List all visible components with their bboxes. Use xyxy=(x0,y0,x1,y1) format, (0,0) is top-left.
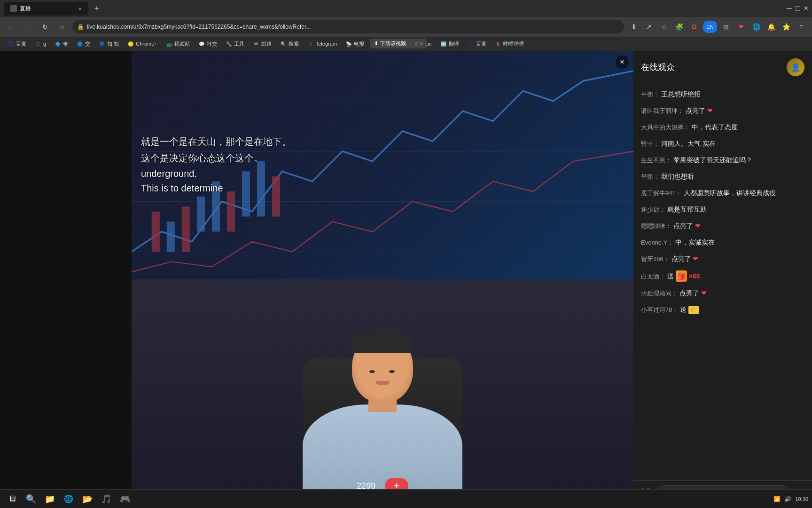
bookmark-favicon-translate: 🔤 xyxy=(440,40,447,47)
taskbar-media[interactable]: 🎵 xyxy=(98,491,115,508)
msg-username: 生生不息： xyxy=(641,157,671,164)
bookmark-label: 视频站 xyxy=(174,40,190,48)
download-button[interactable]: ⬇ xyxy=(628,21,640,33)
msg-username: 平衡： xyxy=(641,91,659,98)
bookmark-video[interactable]: 📺 视频站 xyxy=(162,39,194,49)
subtitle-line-1: 就是一个是在天山，那个是在地下。 xyxy=(141,135,624,148)
msg-username: 白无酒： xyxy=(641,273,665,280)
msg-username: 水处理顾问： xyxy=(641,290,678,297)
bookmark-translate[interactable]: 🔤 翻译 xyxy=(437,39,463,49)
icon3[interactable]: ❤ xyxy=(735,21,747,33)
subtitle-line-3: underground. xyxy=(141,168,624,179)
person-eyes xyxy=(369,370,395,373)
taskbar-network: 📶 xyxy=(773,496,781,502)
bookmark-button[interactable]: ☆ xyxy=(658,21,670,33)
download-separator: · xyxy=(410,41,411,47)
tab-close-button[interactable]: × xyxy=(78,5,82,12)
bookmark-tools[interactable]: 🔧 工具 xyxy=(222,39,248,49)
taskbar-browser[interactable]: 🌐 xyxy=(60,491,77,508)
msg-text: 人都愿意听故事，讲讲经典战役 xyxy=(684,189,776,197)
bookmark-favicon-zhihu: 知 xyxy=(99,40,105,47)
user-avatar[interactable]: 👤 xyxy=(787,58,804,76)
heart-icon: ❤ xyxy=(707,107,713,114)
download-close[interactable]: × xyxy=(420,40,423,47)
bookmark-chrome[interactable]: 🟡 Chrome+ xyxy=(124,39,161,48)
icon7[interactable]: ≡ xyxy=(795,21,807,33)
new-tab-button[interactable]: + xyxy=(90,2,103,15)
chat-messages[interactable]: 平衡： 王总想听绝招 请叫我王丽坤： 点亮了 ❤ 大风中的大短裤： 中，代表了态… xyxy=(633,82,812,480)
back-button[interactable]: ← xyxy=(5,20,18,33)
msg-username: 请叫我王丽坤： xyxy=(641,107,684,114)
person-hair xyxy=(352,329,413,353)
bookmark-jiao[interactable]: 🔵 交 xyxy=(73,39,94,49)
close-window-button[interactable]: × xyxy=(804,4,808,13)
tab-favicon xyxy=(10,5,17,12)
msg-text: 点亮了 xyxy=(673,222,695,230)
bookmark-baidu-1[interactable]: 百 百度 xyxy=(4,39,30,49)
browser-toolbar: ← → ↻ ⌂ 🔒 live.kuaishou.com/u/3x7mzbxg5m… xyxy=(0,17,812,37)
tab-area: 直播 × + xyxy=(4,2,103,16)
bookmark-favicon-baidu: 百 xyxy=(8,40,14,47)
bookmark-favicon-video: 📺 xyxy=(166,40,172,47)
vpn-button[interactable]: EN xyxy=(703,21,717,33)
bookmark-favicon-mail: ✉ xyxy=(253,40,259,47)
heart-icon: ❤ xyxy=(701,289,707,297)
video-close-button[interactable]: × xyxy=(616,56,629,69)
taskbar-game[interactable]: 🎮 xyxy=(117,491,133,508)
bookmark-favicon-bilibili: B xyxy=(495,40,501,47)
msg-text: 苹果突破了明天还能追吗？ xyxy=(673,156,752,164)
taskbar-folder[interactable]: 📂 xyxy=(79,491,96,508)
bookmark-zhihu[interactable]: 知 知 知 xyxy=(95,39,123,49)
msg-username: 坏少尉： xyxy=(641,206,665,213)
tab-label: 直播 xyxy=(20,5,31,13)
bookmark-mail[interactable]: ✉ 邮箱 xyxy=(249,39,275,49)
toolbar-icons: ⬇ ↗ ☆ 🧩 O EN ⊞ ❤ 🌐 🔔 ⭐ ≡ xyxy=(628,21,807,33)
bookmark-favicon-g: G xyxy=(35,40,41,47)
download-text: 下载该视频 xyxy=(380,40,406,47)
home-button[interactable]: ⌂ xyxy=(55,20,69,33)
icon4[interactable]: 🌐 xyxy=(750,21,762,33)
share-button[interactable]: ↗ xyxy=(643,21,655,33)
bookmark-baidu-2[interactable]: 百 百度 xyxy=(464,39,490,49)
bookmark-social[interactable]: 💬 社交 xyxy=(195,39,221,49)
bookmark-dianbo[interactable]: 📡 电报 xyxy=(342,39,368,49)
bookmark-favicon-search: 🔍 xyxy=(280,40,287,47)
subtitles-overlay: 就是一个是在天山，那个是在地下。 这个是决定你心态这个这个。 undergrou… xyxy=(141,135,624,198)
maximize-button[interactable]: □ xyxy=(796,4,800,13)
right-panel: 在线观众 👤 平衡： 王总想听绝招 请叫我王丽坤： 点亮了 ❤ 大风中的大短裤：… xyxy=(633,51,812,508)
bookmark-search[interactable]: 🔍 搜索 xyxy=(276,39,303,49)
chat-message: 骑士： 河南人。大气 实在 xyxy=(633,135,812,152)
icon6[interactable]: ⭐ xyxy=(780,21,792,33)
bookmark-label: Telegram xyxy=(316,41,337,47)
taskbar-files[interactable]: 📁 xyxy=(41,491,58,508)
address-bar[interactable]: 🔒 live.kuaishou.com/u/3x7mzbxg5mykac6?fi… xyxy=(72,20,624,33)
minimize-button[interactable]: ─ xyxy=(787,4,792,13)
chat-message: 水处理顾问： 点亮了 ❤ xyxy=(633,285,812,302)
extensions-button[interactable]: 🧩 xyxy=(673,21,685,33)
bookmark-favicon-social: 💬 xyxy=(198,40,205,47)
msg-text: 送 xyxy=(667,272,676,280)
icon5[interactable]: 🔔 xyxy=(765,21,777,33)
heart-icon: ❤ xyxy=(695,222,701,230)
bookmark-telegram[interactable]: ✈ Telegram xyxy=(304,39,341,48)
refresh-button[interactable]: ↻ xyxy=(39,20,52,33)
bookmark-label: 哔哩哔哩 xyxy=(503,40,524,48)
chat-message: 嘿嘿味咪： 点亮了 ❤ xyxy=(633,218,812,234)
msg-text: 点亮了 xyxy=(686,107,707,114)
bookmark-g[interactable]: G g xyxy=(31,39,50,48)
bookmark-label: 电报 xyxy=(354,40,364,48)
msg-username: 平衡： xyxy=(641,173,659,180)
msg-username: 骑士： xyxy=(641,140,659,147)
bookmark-qi[interactable]: 🔷 奇 xyxy=(51,39,72,49)
chat-message: 平衡： 王总想听绝招 xyxy=(633,86,812,103)
active-tab[interactable]: 直播 × xyxy=(4,2,88,16)
bookmark-bilibili[interactable]: B 哔哩哔哩 xyxy=(491,39,528,49)
icon2[interactable]: ⊞ xyxy=(720,21,732,33)
forward-button[interactable]: → xyxy=(22,20,35,33)
bookmark-label: 奇 xyxy=(63,40,68,48)
main-content: 就是一个是在天山，那个是在地下。 这个是决定你心态这个这个。 undergrou… xyxy=(0,51,812,508)
msg-text: 我们也想听 xyxy=(661,173,694,180)
opera-icon[interactable]: O xyxy=(688,21,700,33)
taskbar-search[interactable]: 🔍 xyxy=(23,491,39,508)
taskbar-start[interactable]: 🖥 xyxy=(4,491,21,508)
